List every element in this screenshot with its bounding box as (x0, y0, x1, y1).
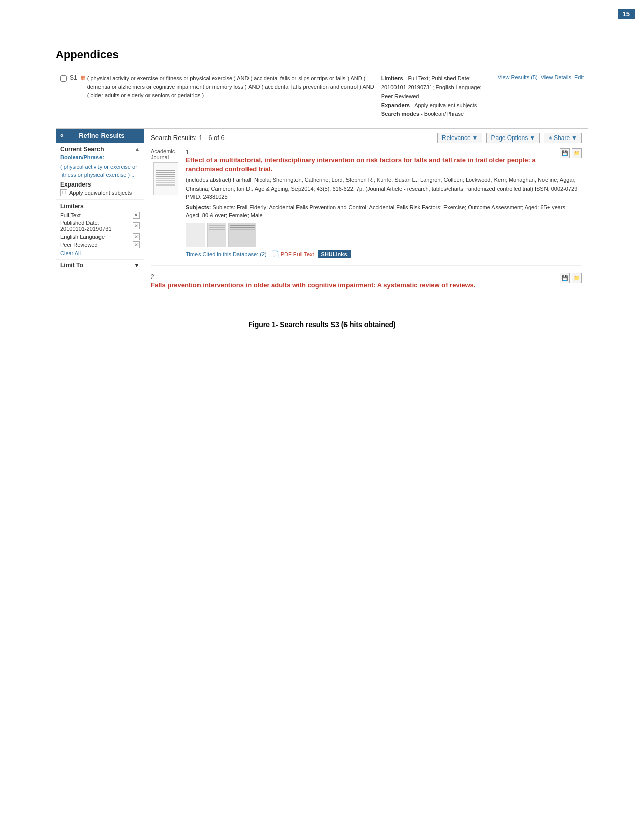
expanders-label: Expanders (381, 102, 410, 108)
result-2-number: 2. (151, 273, 156, 281)
boolean-phrase-label: Boolean/Phrase: (60, 154, 140, 161)
result-1-save-icon[interactable]: 💾 (560, 148, 570, 158)
limiter-date-label: Published Date:20100101-20190731 (60, 220, 112, 232)
result-2-folder-icon[interactable]: 📁 (572, 273, 582, 283)
result-item-2: 2. Falls prevention interventions in old… (151, 273, 582, 299)
search-row-actions: View Results (5) View Details Edit (498, 74, 584, 80)
result-1-icons: 💾 📁 (560, 148, 582, 158)
limiters-section: Limiters Full Text ✕ Published Date:2010… (56, 200, 144, 260)
page-options-chevron: ▼ (529, 134, 535, 142)
share-button[interactable]: ⎆ Share ▼ (544, 133, 582, 143)
result-1-footer: Times Cited in this Database: (2) 📄 PDF … (186, 250, 582, 258)
limit-to-label: Limit To (60, 262, 83, 269)
preview-img-1 (186, 223, 205, 247)
result-1-cited-link[interactable]: Times Cited in this Database: (2) (186, 251, 267, 257)
search-row-query: ( physical activity or exercise or fitne… (87, 74, 376, 100)
limiter-english: English Language ✕ (60, 233, 140, 240)
limiter-peer: Peer Reviewed ✕ (60, 241, 140, 248)
refine-header: « Refine Results (56, 129, 144, 143)
preview-img-3 (228, 223, 256, 247)
result-1-abstract: (includes abstract) Fairhall, Nicola; Sh… (186, 176, 582, 201)
rss-icon[interactable]: ▦ (80, 74, 85, 81)
share-chevron: ▼ (571, 134, 577, 142)
limiter-fulltext: Full Text ✕ (60, 212, 140, 219)
result-1-pdf-link[interactable]: 📄 PDF Full Text (271, 250, 314, 258)
limiter-peer-icon[interactable]: ✕ (133, 241, 140, 248)
result-2-icons: 💾 📁 (560, 273, 582, 283)
refine-chevron-left[interactable]: « (60, 132, 64, 139)
results-count: Search Results: 1 - 6 of 6 (151, 134, 225, 142)
boolean-phrase-text[interactable]: ( physical activity or exercise or fitne… (60, 163, 140, 179)
result-item-1: Academic Journal (151, 148, 582, 266)
page-options-button[interactable]: Page Options ▼ (486, 133, 540, 143)
share-icon: ⎆ (549, 134, 552, 142)
search-row-checkbox[interactable] (60, 75, 67, 82)
result-1-thumbnail (153, 162, 178, 195)
expanders-value: Apply equivalent subjects (414, 102, 477, 108)
limit-to-section: Limit To ▼ (56, 260, 144, 271)
limiter-english-icon[interactable]: ✕ (133, 233, 140, 240)
limiter-date-icon[interactable]: ✕ (133, 222, 140, 229)
view-details-link[interactable]: View Details (541, 74, 571, 80)
result-2-save-icon[interactable]: 💾 (560, 273, 570, 283)
result-1-previews (186, 223, 582, 247)
refine-sidebar: « Refine Results Current Search ▲ Boolea… (56, 129, 144, 310)
search-modes-label: Search modes (381, 111, 419, 117)
relevance-button[interactable]: Relevance ▼ (437, 133, 483, 143)
page-number: 15 (618, 9, 635, 19)
limiter-fulltext-label: Full Text (60, 212, 81, 218)
figure-caption: Figure 1- Search results S3 (6 hits obta… (56, 320, 588, 329)
search-row-s1: S1 ▦ ( physical activity or exercise or … (56, 71, 588, 122)
limit-to-more: — — — (56, 271, 144, 280)
pdf-icon: 📄 (271, 250, 279, 258)
main-content: S1 ▦ ( physical activity or exercise or … (56, 71, 588, 329)
results-toolbar: Search Results: 1 - 6 of 6 Relevance ▼ P… (151, 133, 582, 143)
search-modes-value: Boolean/Phrase (424, 111, 464, 117)
result-1-subjects: Subjects: Subjects: Frail Elderly; Accid… (186, 203, 582, 220)
view-results-link[interactable]: View Results (5) (498, 74, 538, 80)
results-container: « Refine Results Current Search ▲ Boolea… (56, 128, 588, 310)
shu-links-button[interactable]: SHULinks (318, 250, 351, 258)
limiter-english-label: English Language (60, 234, 105, 240)
result-1-title-link[interactable]: Effect of a multifactorial, interdiscipl… (186, 156, 556, 174)
result-1-folder-icon[interactable]: 📁 (572, 148, 582, 158)
edit-link[interactable]: Edit (574, 74, 584, 80)
limiter-peer-label: Peer Reviewed (60, 242, 98, 248)
relevance-chevron: ▼ (472, 134, 478, 142)
limiter-date: Published Date:20100101-20190731 ✕ (60, 220, 140, 232)
current-search-title: Current Search ▲ (60, 146, 140, 153)
current-search-chevron[interactable]: ▲ (135, 146, 140, 152)
limiters-section-title: Limiters (60, 203, 140, 210)
apply-equivalent-label: Apply equivalent subjects (69, 190, 132, 196)
limit-to-chevron[interactable]: ▼ (134, 262, 140, 269)
result-2-body: 2. Falls prevention interventions in old… (151, 273, 582, 292)
preview-img-2 (207, 223, 226, 247)
thumbnail-lines (156, 170, 175, 187)
toolbar-right: Relevance ▼ Page Options ▼ ⎆ Share ▼ (437, 133, 582, 143)
limiters-label: Limiters (381, 75, 403, 81)
search-row-id: S1 (70, 74, 77, 81)
current-search-section: Current Search ▲ Boolean/Phrase: ( physi… (56, 143, 144, 200)
appendices-heading: Appendices (56, 48, 119, 61)
results-main: Search Results: 1 - 6 of 6 Relevance ▼ P… (144, 129, 588, 310)
apply-equivalent-item: ☐ Apply equivalent subjects (60, 189, 140, 196)
result-2-title-link[interactable]: Falls prevention interventions in older … (151, 281, 556, 290)
limiter-fulltext-icon[interactable]: ✕ (133, 212, 140, 219)
expanders-title: Expanders (60, 181, 140, 188)
result-1-number: 1. (186, 149, 191, 156)
clear-all-link[interactable]: Clear All (60, 250, 140, 256)
result-1-journal-type: Academic Journal (151, 148, 181, 160)
refine-title: Refine Results (79, 132, 124, 140)
apply-equivalent-icon[interactable]: ☐ (60, 189, 67, 196)
search-row-limiters: Limiters - Full Text; Published Date: 20… (381, 74, 492, 119)
result-1-body: 1. Effect of a multifactorial, interdisc… (186, 148, 582, 258)
